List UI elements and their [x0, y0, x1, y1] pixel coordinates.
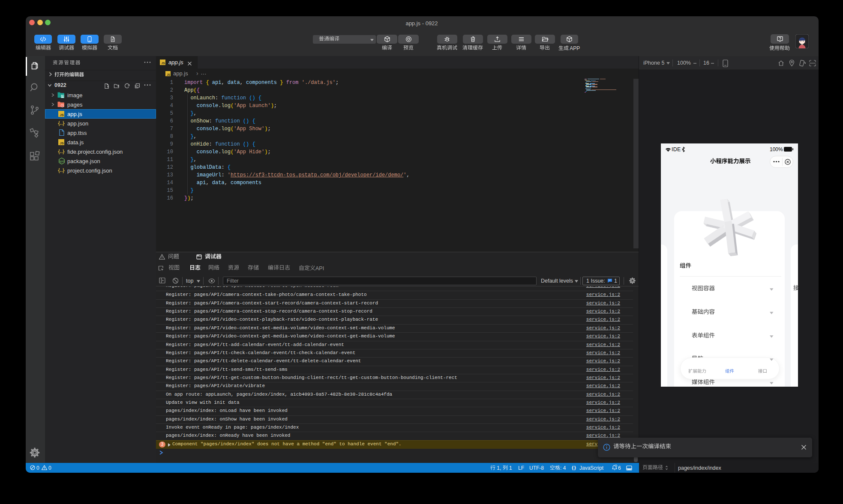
svg-text:JS: JS	[60, 113, 63, 117]
svg-text:npm: npm	[59, 160, 65, 163]
svg-text:JS: JS	[167, 73, 171, 76]
svg-text:JS: JS	[60, 141, 63, 145]
svg-text:JS: JS	[161, 62, 165, 65]
